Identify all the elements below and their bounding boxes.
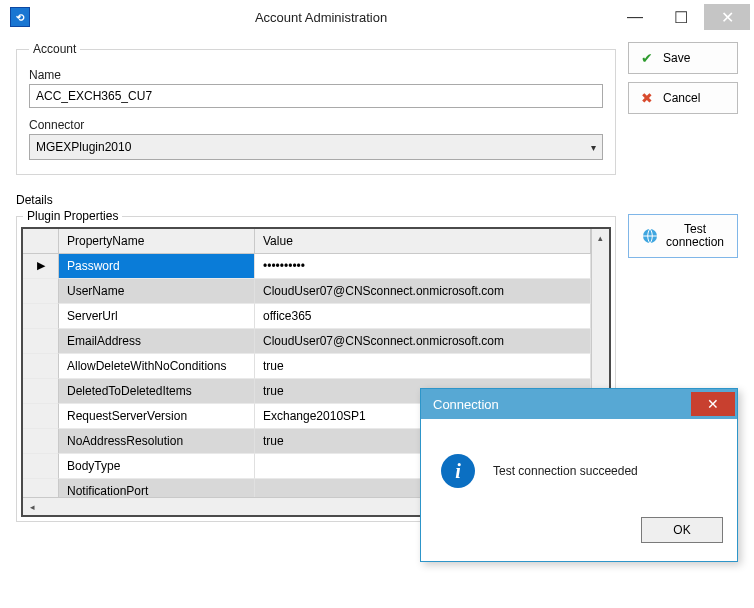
property-value-cell[interactable]: office365 [255, 304, 591, 329]
connector-value: MGEXPlugin2010 [36, 140, 131, 154]
dialog-ok-button[interactable]: OK [641, 517, 723, 543]
window-controls: — ☐ ✕ [612, 4, 750, 30]
property-name-cell[interactable]: NoAddressResolution [59, 429, 255, 454]
property-value-cell[interactable]: •••••••••• [255, 254, 591, 279]
row-header[interactable] [23, 304, 59, 329]
scroll-up-icon[interactable]: ▴ [592, 229, 609, 247]
property-name-cell[interactable]: DeletedToDeletedItems [59, 379, 255, 404]
window-title: Account Administration [30, 10, 612, 25]
row-header[interactable] [23, 379, 59, 404]
property-name-cell[interactable]: AllowDeleteWithNoConditions [59, 354, 255, 379]
row-header[interactable] [23, 454, 59, 479]
scroll-left-icon[interactable]: ◂ [23, 502, 41, 512]
info-icon: i [441, 454, 475, 488]
row-header[interactable] [23, 279, 59, 304]
account-group: Account Name Connector MGEXPlugin2010 ▾ [16, 42, 616, 175]
details-label: Details [16, 193, 616, 207]
property-name-cell[interactable]: RequestServerVersion [59, 404, 255, 429]
dialog-footer: OK [421, 509, 737, 561]
name-input[interactable] [29, 84, 603, 108]
row-header[interactable] [23, 404, 59, 429]
property-name-cell[interactable]: BodyType [59, 454, 255, 479]
property-value-cell[interactable]: CloudUser07@CNSconnect.onmicrosoft.com [255, 329, 591, 354]
test-connection-label: Testconnection [666, 223, 724, 249]
dialog-titlebar: Connection ✕ [421, 389, 737, 419]
row-header[interactable] [23, 329, 59, 354]
titlebar: ⟲ Account Administration — ☐ ✕ [0, 0, 754, 34]
property-value-cell[interactable]: true [255, 354, 591, 379]
app-icon: ⟲ [10, 7, 30, 27]
property-name-cell[interactable]: ServerUrl [59, 304, 255, 329]
cancel-button[interactable]: ✖ Cancel [628, 82, 738, 114]
row-header[interactable]: ▶ [23, 254, 59, 279]
check-icon: ✔ [639, 50, 655, 66]
connector-label: Connector [29, 118, 603, 132]
dialog-body: i Test connection succeeded [421, 419, 737, 509]
row-header[interactable] [23, 354, 59, 379]
connection-dialog: Connection ✕ i Test connection succeeded… [420, 388, 738, 562]
maximize-button[interactable]: ☐ [658, 4, 704, 30]
plugin-properties-legend: Plugin Properties [23, 209, 122, 223]
property-value-cell[interactable]: CloudUser07@CNSconnect.onmicrosoft.com [255, 279, 591, 304]
cancel-label: Cancel [663, 91, 700, 105]
col-header-propertyname[interactable]: PropertyName [59, 229, 255, 254]
cancel-icon: ✖ [639, 90, 655, 106]
save-button[interactable]: ✔ Save [628, 42, 738, 74]
property-name-cell[interactable]: Password [59, 254, 255, 279]
property-name-cell[interactable]: UserName [59, 279, 255, 304]
connector-select[interactable]: MGEXPlugin2010 ▾ [29, 134, 603, 160]
name-label: Name [29, 68, 603, 82]
account-admin-window: ⟲ Account Administration — ☐ ✕ Account N… [0, 0, 754, 608]
row-header[interactable] [23, 429, 59, 454]
close-button[interactable]: ✕ [704, 4, 750, 30]
globe-icon [642, 228, 658, 244]
account-legend: Account [29, 42, 80, 56]
dialog-title: Connection [433, 397, 499, 412]
grid-corner [23, 229, 59, 254]
test-connection-button[interactable]: Testconnection [628, 214, 738, 258]
dialog-message: Test connection succeeded [493, 464, 638, 478]
dialog-close-button[interactable]: ✕ [691, 392, 735, 416]
save-label: Save [663, 51, 690, 65]
chevron-down-icon: ▾ [591, 142, 596, 153]
property-name-cell[interactable]: EmailAddress [59, 329, 255, 354]
col-header-value[interactable]: Value [255, 229, 591, 254]
minimize-button[interactable]: — [612, 4, 658, 30]
